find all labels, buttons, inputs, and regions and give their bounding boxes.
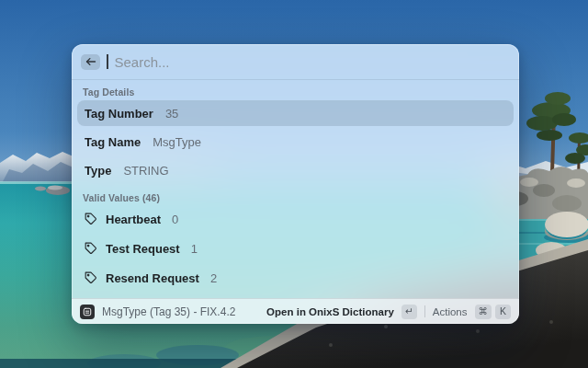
primary-action-button[interactable]: Open in OnixS Dictionary [266, 306, 394, 317]
dictionary-app-icon [80, 305, 95, 319]
footer-divider [424, 305, 425, 317]
valid-value-row-resend-request[interactable]: Resend Request 2 [77, 265, 514, 291]
tag-icon [85, 271, 97, 284]
actions-menu-button[interactable]: Actions [433, 306, 468, 317]
command-key-icon: ⌘ [475, 305, 492, 319]
search-launcher-panel: Tag Details Tag Number 35 Tag Name MsgTy… [72, 44, 519, 324]
row-value: MsgType [153, 135, 201, 149]
row-value: STRING [123, 164, 168, 178]
row-label: Heartbeat [106, 213, 161, 226]
valid-value-row-test-request[interactable]: Test Request 1 [77, 236, 514, 261]
return-key-icon: ↵ [401, 305, 417, 319]
back-button[interactable] [81, 54, 100, 70]
row-label: Test Request [106, 242, 180, 256]
action-bar: MsgType (Tag 35) - FIX.4.2 Open in OnixS… [72, 298, 519, 324]
arrow-left-icon [85, 57, 96, 66]
detail-row-tag-number[interactable]: Tag Number 35 [77, 100, 514, 126]
row-label: Tag Name [85, 135, 141, 149]
text-caret [107, 54, 108, 69]
tag-icon [85, 242, 97, 255]
row-label: Type [85, 164, 111, 178]
search-input[interactable] [115, 54, 511, 70]
row-value: 1 [191, 242, 198, 256]
detail-row-tag-name[interactable]: Tag Name MsgType [77, 129, 514, 155]
row-value: 0 [172, 213, 178, 226]
tag-icon [85, 213, 97, 225]
selected-result-title: MsgType (Tag 35) - FIX.4.2 [102, 305, 235, 318]
section-header-valid-values: Valid Values (46) [83, 192, 514, 203]
k-key: K [495, 305, 511, 319]
result-details: Tag Details Tag Number 35 Tag Name MsgTy… [72, 80, 519, 298]
section-header-tag-details: Tag Details [83, 86, 514, 98]
row-label: Tag Number [85, 107, 153, 121]
search-bar [72, 44, 519, 80]
row-value: 35 [165, 107, 178, 121]
actions-shortcut: ⌘ K [475, 305, 512, 319]
detail-row-type[interactable]: Type STRING [77, 157, 514, 183]
row-value: 2 [210, 271, 217, 285]
valid-value-row-heartbeat[interactable]: Heartbeat 0 [77, 206, 514, 232]
row-label: Resend Request [106, 271, 199, 285]
